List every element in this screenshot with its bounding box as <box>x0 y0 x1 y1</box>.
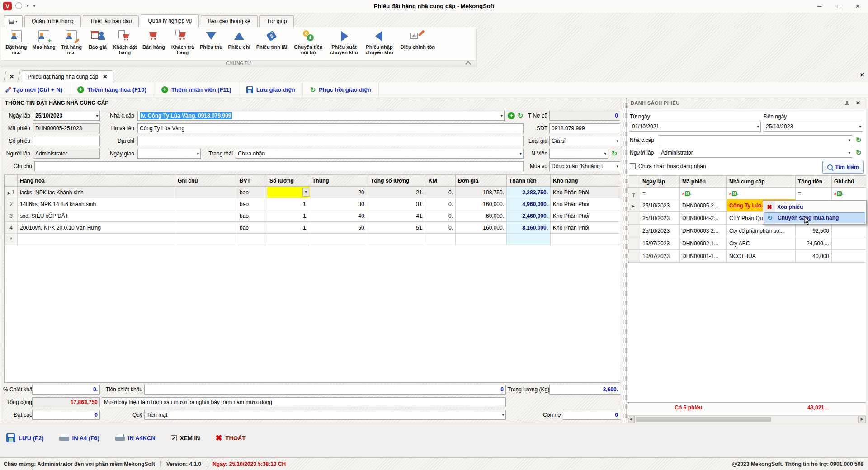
checkbox-checked-icon[interactable]: ✓ <box>171 435 177 441</box>
col-hang-hoa[interactable]: Hàng hóa <box>18 175 175 187</box>
print-a4-button[interactable]: IN A4 (F6) <box>59 434 99 442</box>
refresh-filter-creator-icon[interactable]: ↻ <box>855 149 862 156</box>
filter-supplier-input[interactable]: ▾ <box>659 135 852 145</box>
scroll-right-icon[interactable]: ▶ <box>858 416 866 423</box>
pin-icon[interactable] <box>844 101 849 106</box>
sdt-input[interactable]: 0918.079.999 <box>549 123 620 133</box>
nguoi-lap-input[interactable]: Administrator <box>33 149 100 159</box>
col-nha-cung-cap[interactable]: Nhà cung cấp <box>727 176 796 188</box>
tabstrip-close-button[interactable]: ✕ <box>860 72 864 78</box>
col-ghi-chu[interactable]: Ghi chú <box>832 176 866 188</box>
create-new-button[interactable]: Tạo mới (Ctrl + N) <box>0 82 70 97</box>
close-button[interactable]: ✕ <box>848 0 867 13</box>
table-row[interactable]: 4 20010vh, NPK 20.0.10 Vạn Hưng bao 1. 5… <box>5 222 621 234</box>
col-ngay-lap[interactable]: Ngày lập <box>640 176 680 188</box>
menu-tab-thiet-lap-ban-dau[interactable]: Thiết lập ban đầu <box>83 15 139 27</box>
table-row[interactable]: 10/07/2023 DHN00001-1... NCCTHUA 40,000 <box>627 250 866 263</box>
save-layout-button[interactable]: Lưu giao diện <box>239 82 303 97</box>
col-ghi-chu[interactable]: Ghi chú <box>175 175 237 187</box>
fund-select[interactable]: Tiền mặt▾ <box>144 410 506 420</box>
discount-pct-input[interactable]: 0. <box>32 385 100 395</box>
table-row[interactable]: 3 sxđ, SIÊU xỐP ĐẤT bao 1. 40. 41. 0. 60… <box>5 210 621 222</box>
ribbon-item-dat-hang-ncc[interactable]: Đặt hàng ncc <box>3 28 30 56</box>
chevron-down-icon[interactable]: ▾ <box>848 148 850 157</box>
chevron-down-icon[interactable]: ▾ <box>96 111 98 120</box>
menu-tab-quan-ly-nghiep-vu[interactable]: Quản lý nghiệp vụ <box>141 14 199 27</box>
t-no-cu-input[interactable]: 0 <box>549 111 620 121</box>
table-row[interactable]: ▶1 lacks, NPK lạc Khánh sinh bao 1.▾ 20.… <box>5 187 621 198</box>
debt-input[interactable]: 0 <box>563 410 620 420</box>
table-row[interactable]: 25/10/2023 DHN00003-2... Cty cổ phần phâ… <box>627 225 866 237</box>
table-row[interactable]: 15/07/2023 DHN00002-1... Cty ABC 24,500,… <box>627 237 866 250</box>
deposit-input[interactable]: 0 <box>32 410 100 420</box>
so-phieu-input[interactable] <box>33 136 100 146</box>
chevron-down-icon[interactable]: ▾ <box>757 122 759 131</box>
trang-thai-select[interactable]: Chưa nhận▾ <box>236 149 524 159</box>
col-km[interactable]: KM <box>426 175 456 187</box>
col-thanh-tien[interactable]: Thành tiền <box>507 175 551 187</box>
ngay-giao-input[interactable]: ▾ <box>137 149 201 159</box>
ribbon-collapse-icon[interactable] <box>465 61 471 67</box>
preview-checkbox[interactable]: ✓ XEM IN <box>171 435 200 442</box>
menu-launcher-button[interactable]: ▤ ▾ <box>4 15 23 27</box>
context-menu-item-convert[interactable]: ↻ Chuyển sang mua hàng <box>764 212 865 223</box>
chevron-down-icon[interactable]: ▾ <box>616 162 618 171</box>
ribbon-item-mua-hang[interactable]: + Mua hàng <box>30 28 58 50</box>
quantity-cell-editing[interactable]: 1.▾ <box>267 187 310 198</box>
add-supplier-icon[interactable]: + <box>508 112 515 119</box>
filter-creator-input[interactable]: Administrator▾ <box>659 148 852 158</box>
document-tab-active[interactable]: Phiếu đặt hàng nhà cung cấp ✕ <box>22 70 113 83</box>
context-menu-item-delete[interactable]: ✖ Xóa phiếu <box>764 202 865 212</box>
chevron-down-icon[interactable]: ▾ <box>500 111 503 120</box>
col-kho-hang[interactable]: Kho hàng <box>551 175 621 187</box>
ribbon-item-khach-dat-hang[interactable]: Khách đặt hàng <box>110 28 139 56</box>
print-a4kcn-button[interactable]: IN A4KCN <box>115 434 156 442</box>
ribbon-item-khach-tra-hang[interactable]: Khách trả hàng <box>168 28 197 56</box>
to-date-input[interactable]: 25/10/2023▾ <box>764 122 863 132</box>
loai-gia-select[interactable]: Giá sỉ▾ <box>549 136 620 146</box>
nhan-vien-select[interactable]: ▾ <box>549 149 608 159</box>
total-input[interactable]: 17,863,750 <box>32 397 100 407</box>
ma-phieu-input[interactable]: DHN00005-251023 <box>33 123 100 133</box>
weight-input[interactable]: 3,600. <box>549 385 620 395</box>
ribbon-item-phieu-nhap-chuyen-kho[interactable]: Phiếu nhập chuyển kho <box>362 28 397 56</box>
ribbon-item-ban-hang[interactable]: Bán hàng <box>139 28 168 50</box>
col-so-luong[interactable]: Số lượng <box>267 175 310 187</box>
filter-cell[interactable]: aBc <box>727 188 796 199</box>
from-date-input[interactable]: 01/10/2021▾ <box>630 122 761 132</box>
add-item-button[interactable]: + Thêm hàng hóa (F10) <box>70 82 154 97</box>
add-employee-button[interactable]: + Thêm nhân viên (F11) <box>154 82 239 97</box>
ribbon-item-dieu-chinh-ton[interactable]: ab Điều chỉnh tồn <box>397 28 439 50</box>
filter-cell[interactable]: = <box>796 188 832 199</box>
menu-tab-tro-giup[interactable]: Trợ giúp <box>259 15 294 27</box>
chevron-down-icon[interactable]: ▾ <box>197 149 199 158</box>
menu-tab-quan-tri-he-thong[interactable]: Quản trị hệ thống <box>24 15 81 27</box>
mua-vu-select[interactable]: Đông xuân (Khoảng t▾ <box>549 161 620 171</box>
col-tong-so-luong[interactable]: Tổng số lượng <box>368 175 426 187</box>
search-button[interactable]: Tìm kiếm <box>822 161 864 174</box>
close-tab-icon[interactable]: ✕ <box>103 74 107 80</box>
horizontal-scrollbar[interactable]: ◀ ▶ <box>627 415 866 423</box>
refresh-employee-icon[interactable]: ↻ <box>611 150 618 157</box>
restore-layout-button[interactable]: ↻ Phục hồi giao diện <box>303 82 379 97</box>
chevron-down-icon[interactable]: ▾ <box>616 136 618 146</box>
col-thung[interactable]: Thùng <box>310 175 368 187</box>
ribbon-item-phieu-chi[interactable]: Phiếu chi <box>225 28 253 50</box>
table-row[interactable]: 2 1486ks, NPK 14.8.6 khánh sinh bao 1. 3… <box>5 198 621 210</box>
ribbon-item-phieu-tinh-lai[interactable]: $ Phiếu tính lãi <box>253 28 290 50</box>
ribbon-item-bao-gia[interactable]: Báo giá <box>85 28 110 50</box>
new-row[interactable]: * <box>5 234 621 245</box>
dia-chi-input[interactable] <box>137 136 524 146</box>
nha-cung-cap-input[interactable]: lv, Công Ty Lúa Vàng, 0918.079.999 ▾ <box>137 111 505 121</box>
refresh-filter-supplier-icon[interactable]: ↻ <box>855 136 862 144</box>
ribbon-item-phieu-xuat-chuyen-kho[interactable]: Phiếu xuất chuyển kho <box>326 28 362 56</box>
ribbon-item-chuyen-tien-noi-bo[interactable]: €$ Chuyển tiền nội bộ <box>290 28 326 56</box>
ho-va-ten-input[interactable]: Công Ty Lúa Vàng <box>137 123 524 133</box>
close-panel-icon[interactable]: ✕ <box>856 100 860 106</box>
chevron-down-icon[interactable]: ▾ <box>859 122 861 131</box>
scroll-left-icon[interactable]: ◀ <box>627 416 635 423</box>
ghi-chu-input[interactable] <box>34 161 524 171</box>
col-ma-phieu[interactable]: Mã phiếu <box>680 176 727 188</box>
ribbon-item-tra-hang-ncc[interactable]: Trả hàng ncc <box>58 28 85 56</box>
save-button[interactable]: LƯU (F2) <box>6 433 44 442</box>
